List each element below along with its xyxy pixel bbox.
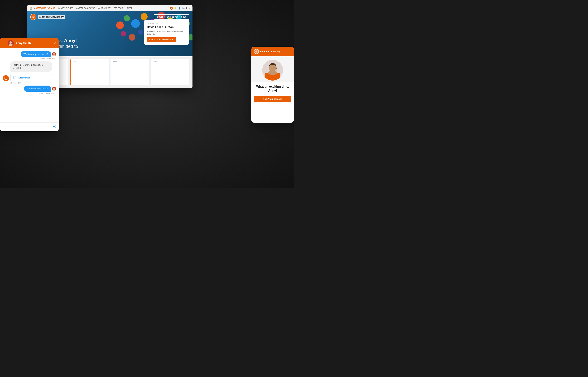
step-label-3: SHO... <box>113 61 147 63</box>
counselor-description: Any questions, feel free to contact your… <box>147 30 186 35</box>
mobile-user-avatar <box>262 60 283 81</box>
svg-point-24 <box>5 78 6 78</box>
chat-close-button[interactable]: ✕ <box>53 41 56 45</box>
deposit-button[interactable]: SUBMIT YOUR DEPOSIT NOW <box>154 14 189 20</box>
user-icon: 👤 <box>178 7 181 10</box>
counselor-name: David Leslie Burlton <box>147 26 186 29</box>
mobile-panel: E Element University <box>251 47 294 123</box>
university-name-hero: Element University <box>38 15 65 19</box>
message-time-1: 10:09 AM <box>39 58 45 60</box>
orientation-label: Orientation <box>19 76 30 79</box>
message-bubble-outgoing-1: What are my next steps? <box>21 51 51 57</box>
chat-header: ← Anny Smith ✕ <box>0 38 59 48</box>
svg-point-19 <box>10 41 12 44</box>
bell-icon: 🔔 <box>174 7 177 10</box>
svg-point-28 <box>53 87 55 89</box>
message-sender-avatar-2 <box>52 87 56 91</box>
svg-point-10 <box>129 34 135 41</box>
user-name-display[interactable]: Ivan. K <box>182 7 188 9</box>
bot-message-row: I got you! Here's your orientation check… <box>3 61 52 82</box>
chat-back-button[interactable]: ← <box>3 41 6 45</box>
nav-right-section: 1 🔔 👤 Ivan. K ▾ <box>170 7 190 10</box>
step-card-2: SHO... <box>70 59 109 85</box>
mobile-logo-shield-icon: E <box>254 49 259 54</box>
message-sender-avatar-1 <box>52 52 56 56</box>
message-bubble-outgoing-2: Thank you! I'm all set! <box>24 86 51 92</box>
mobile-avatar-container <box>251 56 294 82</box>
step-card-3: SHO... <box>111 59 149 85</box>
orientation-attachment-card[interactable]: 📄 Orientation <box>10 74 52 82</box>
svg-point-11 <box>138 30 143 35</box>
mobile-content-area: What an exciting time, Anny! Pick Your C… <box>251 82 294 105</box>
message-outgoing-1: What are my next steps? 10:09 AM ANNY SM… <box>3 51 56 60</box>
svg-text:E: E <box>256 51 257 52</box>
bot-avatar-icon <box>3 75 9 82</box>
nav-acceptance-package[interactable]: ACCEPTANCE PACKAGE <box>34 7 55 9</box>
nav-links: ACCEPTANCE PACKAGE ACADEMIC GUIDE CAREER… <box>34 7 168 9</box>
notification-badge[interactable]: 1 <box>170 7 173 10</box>
nav-academic-guide[interactable]: ACADEMIC GUIDE <box>58 7 73 9</box>
contact-btn-label: CONTACT INFORMATION <box>149 39 171 40</box>
chat-input-area <box>0 122 59 131</box>
message-time-2: 10:09 AM <box>39 92 45 94</box>
svg-point-22 <box>53 53 55 55</box>
counselor-label: COUNSELOR <box>147 23 186 24</box>
svg-point-34 <box>268 71 277 75</box>
mobile-university-name: Element University <box>260 50 280 53</box>
chat-user-avatar <box>8 40 14 46</box>
svg-point-20 <box>9 44 13 46</box>
arrow-right-icon: ▶ <box>172 39 174 40</box>
bot-message-time: 10:10 AM <box>10 82 17 84</box>
contact-information-button[interactable]: CONTACT INFORMATION ▶ <box>147 37 176 42</box>
message-outgoing-2: Thank you! I'm all set! 10:09 AM ANNY SM… <box>3 86 56 94</box>
browser-navbar: 🏠 ACCEPTANCE PACKAGE ACADEMIC GUIDE CARE… <box>27 5 192 12</box>
mobile-excitement-text: What an exciting time, Anny! <box>254 85 291 93</box>
university-logo: E Element University <box>30 14 65 20</box>
student-name-hero: Anny! <box>64 38 77 43</box>
mobile-header: E Element University <box>251 47 294 56</box>
chat-send-button[interactable] <box>53 125 56 129</box>
chat-panel: ← Anny Smith ✕ What are my next steps? <box>0 38 59 131</box>
svg-point-9 <box>121 31 126 36</box>
chevron-down-icon: ▾ <box>189 7 190 9</box>
svg-point-0 <box>116 22 124 29</box>
step-label-2: SHO... <box>73 61 107 63</box>
chat-messages-area: What are my next steps? 10:09 AM ANNY SM… <box>0 48 59 122</box>
document-icon: 📄 <box>13 76 17 80</box>
mobile-body: What an exciting time, Anny! Pick Your C… <box>251 56 294 105</box>
message-incoming-bot: I got you! Here's your orientation check… <box>3 61 56 84</box>
step-label-4: SHO... <box>154 61 187 63</box>
step-card-4: SHO... <box>151 59 189 85</box>
chat-user-name: Anny Smith <box>16 42 52 45</box>
nav-get-social[interactable]: GET SOCIAL <box>114 7 124 9</box>
bot-message-meta: 10:10 AM BOT <box>10 82 22 84</box>
bot-message-text: I got you! Here's your orientation check… <box>10 61 52 72</box>
nav-whats-next[interactable]: WHAT'S NEXT? <box>98 7 111 9</box>
pick-classes-button[interactable]: Pick Your Classes <box>254 95 291 102</box>
counselor-card: COUNSELOR David Leslie Burlton Any quest… <box>144 20 189 45</box>
chat-text-input[interactable] <box>3 126 51 128</box>
bot-sender-label: BOT <box>18 82 22 84</box>
svg-point-25 <box>6 78 7 78</box>
nav-career-connector[interactable]: CAREER CONNECTOR <box>76 7 95 9</box>
svg-text:E: E <box>33 16 34 18</box>
message-sender-name-1: ANNY SMITH <box>46 58 56 60</box>
logo-shield-icon: E <box>30 14 36 20</box>
nav-more[interactable]: MORE+ <box>127 7 133 9</box>
home-icon[interactable]: 🏠 <box>30 7 33 10</box>
message-sender-name-2: ANNY SMITH <box>46 92 56 94</box>
